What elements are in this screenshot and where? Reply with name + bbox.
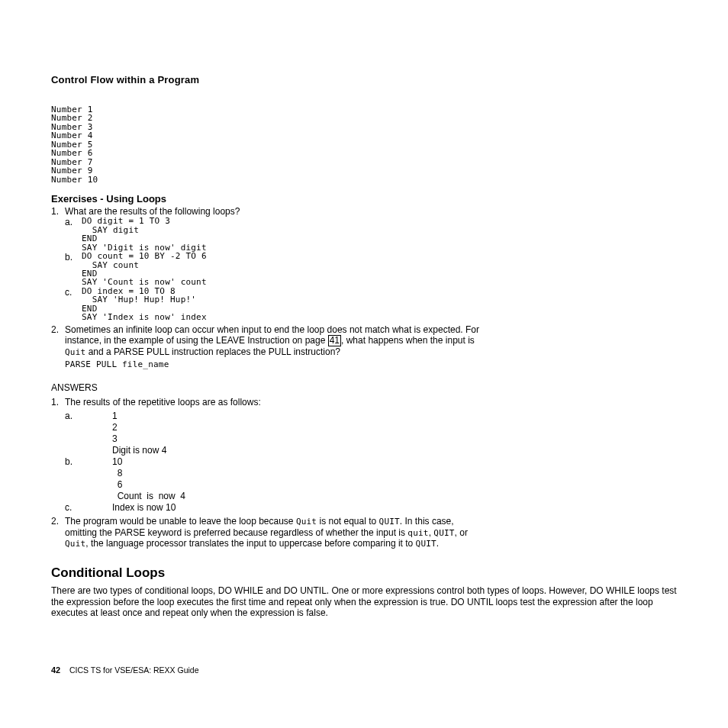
page-link[interactable]: 41 [328,335,341,346]
answer-row: c.Index is now 10 [65,502,677,514]
inline-code: QUIT [433,528,454,538]
question-1b: b. DO count = 10 BY -2 TO 6 SAY count EN… [65,252,677,287]
inline-code: Quit [65,539,85,549]
page-footer: 42 CICS TS for VSE/ESA: REXX Guide [51,665,199,675]
answer-text: The program would be unable to leave the… [65,516,677,549]
page-header-title: Control Flow within a Program [51,74,677,85]
list-marker: a. [65,217,82,252]
answer-1: 1. The results of the repetitive loops a… [51,397,677,514]
question-text: Sometimes an infinite loop can occur whe… [65,324,677,357]
list-marker: b. [65,252,82,287]
inline-code: QUIT [416,539,436,549]
inline-code: Quit [65,347,85,357]
answer-2: 2. The program would be unable to leave … [51,516,677,549]
question-text: What are the results of the following lo… [65,206,677,217]
conditional-paragraph: There are two types of conditional loops… [51,585,677,618]
code-block: DO digit = 1 TO 3 SAY digit END SAY 'Dig… [82,217,677,252]
list-marker: 2. [51,516,65,549]
conditional-loops-heading: Conditional Loops [51,565,677,581]
answer-row: 8 [65,468,677,479]
answer-row: a.1 [65,411,677,422]
code-block: PARSE PULL file_name [65,360,677,369]
answer-row: 2 [65,422,677,433]
question-1c: c. DO index = 10 TO 8 SAY 'Hup! Hup! Hup… [65,287,677,322]
answer-row: 3 [65,433,677,445]
question-1: 1. What are the results of the following… [51,206,677,322]
list-marker: 2. [51,324,65,369]
list-marker: c. [65,287,82,322]
answer-row: Digit is now 4 [65,445,677,456]
answer-row: 6 [65,479,677,491]
answers-heading: ANSWERS [51,382,677,393]
answer-text: The results of the repetitive loops are … [65,397,677,407]
list-marker: 1. [51,397,65,514]
inline-code: QUIT [379,517,400,527]
answer-row: b.10 [65,456,677,468]
question-1a: a. DO digit = 1 TO 3 SAY digit END SAY '… [65,217,677,252]
code-block: DO count = 10 BY -2 TO 6 SAY count END S… [82,252,677,287]
inline-code: quit [407,528,428,538]
inline-code: Quit [296,517,317,527]
code-block: DO index = 10 TO 8 SAY 'Hup! Hup! Hup!' … [82,287,677,322]
exercises-heading: Exercises - Using Loops [51,193,677,205]
question-2: 2. Sometimes an infinite loop can occur … [51,324,677,369]
number-output-block: Number 1 Number 2 Number 3 Number 4 Numb… [51,105,677,184]
answer-row: Count is now 4 [65,491,677,502]
page-number: 42 [51,665,60,675]
footer-text: CICS TS for VSE/ESA: REXX Guide [69,665,199,675]
list-marker: 1. [51,206,65,322]
